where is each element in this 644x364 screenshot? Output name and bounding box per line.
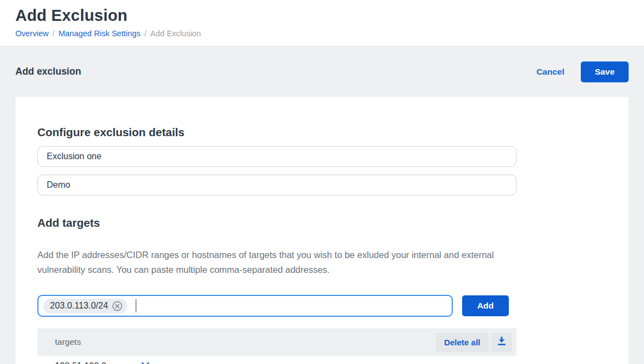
save-button[interactable]: Save	[581, 61, 629, 82]
delete-target-icon[interactable]	[141, 362, 149, 364]
content-area: Add exclusion Cancel Save Configure excl…	[0, 47, 644, 364]
breadcrumb-current: Add Exclusion	[151, 29, 201, 38]
exclusion-description-input[interactable]	[37, 175, 517, 195]
breadcrumb-managed-risk-settings[interactable]: Managed Risk Settings	[58, 29, 140, 38]
page-header: Add Exclusion Overview / Managed Risk Se…	[0, 0, 644, 47]
cancel-button[interactable]: Cancel	[536, 67, 564, 77]
target-address-input[interactable]: 203.0.113.0/24	[37, 295, 453, 317]
target-row: 198.51.100.0	[37, 356, 517, 364]
targets-table-header: targets Delete all	[37, 328, 517, 356]
target-chip: 203.0.113.0/24	[43, 299, 127, 313]
add-target-button[interactable]: Add	[462, 295, 509, 316]
target-chip-label: 203.0.113.0/24	[50, 301, 108, 311]
text-cursor	[136, 299, 137, 312]
breadcrumb-separator: /	[52, 29, 54, 38]
exclusion-form-card: Configure exclusion details Add targets …	[15, 97, 629, 364]
exclusion-name-input[interactable]	[37, 146, 517, 167]
table-header-actions: Delete all	[436, 333, 512, 352]
delete-all-button[interactable]: Delete all	[436, 333, 488, 352]
breadcrumb: Overview / Managed Risk Settings / Add E…	[15, 29, 629, 38]
target-entry-row: 203.0.113.0/24 Add	[37, 295, 607, 317]
breadcrumb-separator: /	[145, 29, 147, 38]
breadcrumb-overview[interactable]: Overview	[15, 29, 48, 38]
details-section-heading: Configure exclusion details	[37, 126, 607, 139]
action-bar-title: Add exclusion	[15, 66, 81, 77]
targets-help-text: Add the IP addresses/CIDR ranges or host…	[37, 248, 521, 277]
download-icon	[497, 337, 506, 348]
target-row-value: 198.51.100.0	[55, 361, 140, 364]
targets-table: targets Delete all 1	[37, 328, 517, 364]
action-bar: Add exclusion Cancel Save	[15, 47, 629, 97]
targets-column-header: targets	[55, 337, 81, 347]
page-title: Add Exclusion	[15, 7, 629, 25]
targets-section-heading: Add targets	[37, 216, 607, 229]
action-buttons: Cancel Save	[536, 61, 629, 82]
chip-remove-icon[interactable]	[112, 301, 123, 311]
download-targets-button[interactable]	[491, 333, 512, 352]
